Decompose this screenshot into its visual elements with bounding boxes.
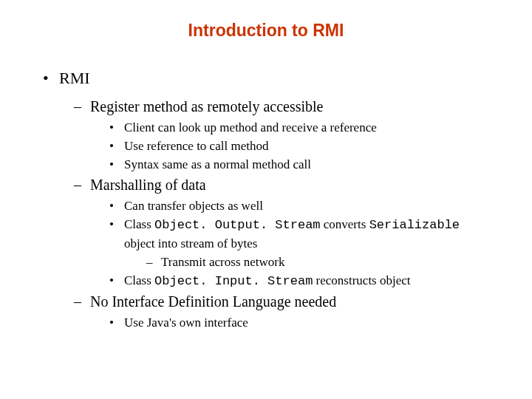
point-text: Can transfer objects as well (124, 199, 263, 213)
dot-icon: • (109, 216, 124, 233)
point-object-input-stream: •Class Object. Input. Stream reconstruct… (109, 273, 502, 290)
point-text: Syntax same as a normal method call (124, 157, 311, 171)
code-object-output-stream: Object. Output. Stream (154, 218, 320, 232)
dot-icon: • (109, 315, 124, 332)
dash-icon: – (74, 98, 90, 115)
code-serializable: Serializable (369, 218, 460, 232)
subpoint-text: Transmit across network (161, 255, 284, 269)
point-use-reference: •Use reference to call method (109, 138, 502, 155)
point-text-cont: object into stream of bytes (124, 236, 257, 250)
dash-icon: – (74, 293, 90, 310)
dot-icon: • (109, 120, 124, 137)
dot-icon: • (109, 157, 124, 174)
point-text: Client can look up method and receive a … (124, 120, 377, 134)
dash-icon: – (146, 254, 161, 271)
bullet-rmi: •RMI (43, 69, 502, 88)
subpoint-transmit: –Transmit across network (146, 254, 502, 271)
point-syntax: •Syntax same as a normal method call (109, 157, 502, 174)
point-text-pre: Class (124, 273, 154, 287)
point-text-pre: Class (124, 217, 154, 231)
point-text-post: converts (321, 217, 369, 231)
dash-icon: – (74, 177, 90, 194)
disc-bullet-icon: • (43, 69, 59, 88)
point-text-post: reconstructs object (313, 273, 410, 287)
subbullet-no-idl: –No Interface Definition Language needed (74, 293, 502, 310)
subbullet-text: No Interface Definition Language needed (90, 293, 336, 310)
point-object-output-stream: •Class Object. Output. Stream converts S… (109, 216, 502, 234)
dot-icon: • (109, 198, 124, 215)
bullet-text: RMI (59, 69, 90, 87)
subbullet-marshalling: –Marshalling of data (74, 177, 502, 194)
point-text: Use Java's own interface (124, 316, 248, 330)
point-transfer-objects: •Can transfer objects as well (109, 198, 502, 215)
subbullet-register: –Register method as remotely accessible (74, 98, 502, 115)
code-object-input-stream: Object. Input. Stream (154, 274, 313, 288)
dot-icon: • (109, 138, 124, 155)
slide-title: Introduction to RMI (30, 21, 502, 41)
subbullet-text: Marshalling of data (90, 177, 206, 193)
point-java-interface: •Use Java's own interface (109, 315, 502, 332)
point-text: Use reference to call method (124, 139, 268, 153)
point-client-lookup: •Client can look up method and receive a… (109, 120, 502, 137)
dot-icon: • (109, 273, 124, 290)
point-continuation: object into stream of bytes (124, 236, 502, 253)
subbullet-text: Register method as remotely accessible (90, 98, 323, 115)
